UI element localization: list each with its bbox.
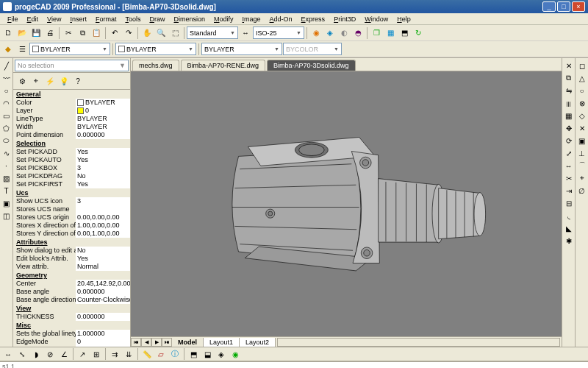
- property-value[interactable]: [76, 205, 130, 213]
- copy-icon[interactable]: ⧉: [76, 26, 89, 40]
- rectangle-icon[interactable]: ▭: [1, 110, 12, 121]
- regen-icon[interactable]: ↻: [412, 26, 425, 40]
- menu-modify[interactable]: Modify: [209, 15, 238, 23]
- document-tab[interactable]: Bimba-AP70-3Dsolid.dwg: [267, 60, 356, 71]
- properties-list[interactable]: GeneralColorBYLAYERLayer0LineTypeBYLAYER…: [13, 90, 130, 347]
- line-icon[interactable]: ╱: [1, 60, 12, 71]
- property-value[interactable]: Normal: [76, 263, 130, 271]
- property-row[interactable]: Stores Y direction of UCS0.00,1.00,0.00: [13, 230, 130, 238]
- prop-pick-icon[interactable]: ⌖: [29, 74, 43, 88]
- block-icon[interactable]: ▣: [1, 197, 12, 209]
- new-icon[interactable]: 🗋: [1, 26, 15, 40]
- menu-insert[interactable]: Insert: [65, 15, 91, 23]
- polygon-icon[interactable]: ⬠: [1, 122, 12, 134]
- menu-view[interactable]: View: [43, 15, 65, 23]
- view-top-icon[interactable]: ⬒: [187, 347, 200, 361]
- array-icon[interactable]: ▦: [563, 110, 575, 121]
- property-row[interactable]: Show dialog to edit attrib.No: [13, 247, 130, 255]
- hatch-icon[interactable]: ▨: [1, 172, 12, 184]
- chamfer-icon[interactable]: ◣: [563, 222, 575, 234]
- property-row[interactable]: Base angle directionCounter-Clockwise: [13, 296, 130, 304]
- zoom-icon[interactable]: 🔍: [154, 26, 168, 40]
- property-row[interactable]: Stores UCS name: [13, 205, 130, 213]
- property-value[interactable]: Yes: [76, 148, 130, 156]
- snap-mid-icon[interactable]: △: [576, 72, 588, 84]
- offset-icon[interactable]: ⫼: [563, 97, 575, 109]
- view-iso-icon[interactable]: ◈: [215, 347, 228, 361]
- property-row[interactable]: Base angle0.000000: [13, 288, 130, 296]
- scroll-last-icon[interactable]: ⏭: [162, 338, 172, 347]
- cut-icon[interactable]: ✂: [62, 26, 75, 40]
- circle-icon[interactable]: ○: [1, 85, 12, 96]
- property-row[interactable]: Edit block's Attrib.Yes: [13, 255, 130, 263]
- dim-base-icon[interactable]: ⇊: [122, 347, 135, 361]
- layer-state-icon[interactable]: ◆: [1, 43, 15, 56]
- scroll-prev-icon[interactable]: ◀: [141, 338, 151, 347]
- property-row[interactable]: Stores X direction of UCS1.00,0.00,0.00: [13, 222, 130, 230]
- dim-aligned-icon[interactable]: ⤡: [15, 347, 29, 361]
- view-orbit-icon[interactable]: ◉: [229, 347, 242, 361]
- document-tab[interactable]: Bimba-AP70-RENE.dwg: [181, 60, 266, 71]
- undo-icon[interactable]: ↶: [108, 26, 121, 40]
- snap-near-icon[interactable]: ⌖: [576, 172, 588, 184]
- stretch-icon[interactable]: ↔: [563, 160, 575, 171]
- dim-icon[interactable]: ↔: [239, 26, 252, 40]
- snap-node-icon[interactable]: ⊗: [576, 97, 588, 109]
- layer-combo[interactable]: BYLAYER▼: [29, 43, 110, 55]
- blocks-icon[interactable]: ▦: [384, 26, 397, 40]
- hide-icon[interactable]: ◐: [337, 26, 351, 40]
- print-icon[interactable]: 🖨: [43, 26, 57, 40]
- property-value[interactable]: 3: [76, 164, 130, 172]
- snap-none-icon[interactable]: ∅: [576, 185, 588, 197]
- view-front-icon[interactable]: ⬓: [201, 347, 214, 361]
- property-value[interactable]: 0.00,0.00,0.00: [76, 213, 130, 222]
- property-row[interactable]: EdgeMode0: [13, 338, 130, 346]
- menu-file[interactable]: File: [3, 15, 23, 23]
- paste-icon[interactable]: 📋: [90, 26, 103, 40]
- layers-icon[interactable]: ❐: [370, 26, 383, 40]
- property-value[interactable]: Yes: [76, 255, 130, 263]
- shade-icon[interactable]: ◓: [351, 26, 365, 40]
- dim-diameter-icon[interactable]: ⊘: [43, 347, 57, 361]
- property-row[interactable]: Layer0: [13, 107, 130, 115]
- model-tab[interactable]: Model: [172, 338, 204, 347]
- lineweight-combo[interactable]: BYCOLOR▼: [283, 43, 342, 55]
- property-row[interactable]: View attrib.Normal: [13, 263, 130, 271]
- snap-cen-icon[interactable]: ○: [576, 85, 588, 96]
- scrollbar-h[interactable]: [277, 338, 560, 347]
- property-value[interactable]: 0.00,1.00,0.00: [76, 230, 130, 238]
- pan-icon[interactable]: ✋: [140, 26, 154, 40]
- snap-quad-icon[interactable]: ◇: [576, 110, 588, 121]
- tolerance-icon[interactable]: ⊞: [90, 347, 103, 361]
- menu-image[interactable]: Image: [238, 15, 265, 23]
- fillet-icon[interactable]: ◟: [563, 210, 575, 222]
- prop-quick-icon[interactable]: ⚡: [43, 74, 57, 88]
- drawing-canvas[interactable]: [131, 71, 562, 336]
- ellipse-icon[interactable]: ⬭: [1, 135, 12, 146]
- property-row[interactable]: THICKNESS0.000000: [13, 313, 130, 321]
- dim-angular-icon[interactable]: ∠: [57, 347, 71, 361]
- property-value[interactable]: Yes: [76, 156, 130, 164]
- property-value[interactable]: No: [76, 247, 130, 255]
- menu-format[interactable]: Format: [91, 15, 121, 23]
- region-icon[interactable]: ◫: [1, 210, 12, 222]
- prop-help-icon[interactable]: ?: [71, 74, 85, 88]
- leader-icon[interactable]: ↗: [76, 347, 89, 361]
- scroll-next-icon[interactable]: ▶: [151, 338, 162, 347]
- dim-cont-icon[interactable]: ⇉: [108, 347, 121, 361]
- menu-dimension[interactable]: Dimension: [169, 15, 209, 23]
- property-value[interactable]: 3: [76, 197, 130, 205]
- property-row[interactable]: Elevation0.000000: [13, 346, 130, 347]
- canvas-scroll-h[interactable]: ⏮ ◀ ▶ ⏭ ModelLayout1Layout2: [131, 336, 562, 347]
- property-row[interactable]: LineTypeBYLAYER: [13, 115, 130, 123]
- render-icon[interactable]: ◉: [309, 26, 323, 40]
- dim-linear-icon[interactable]: ↔: [1, 347, 15, 361]
- menu-tools[interactable]: Tools: [121, 15, 145, 23]
- selection-combo[interactable]: No selection▼: [15, 60, 129, 71]
- property-row[interactable]: Stores UCS origin0.00,0.00,0.00: [13, 213, 130, 222]
- prop-filter-icon[interactable]: ⚙: [15, 74, 29, 88]
- move-icon[interactable]: ✥: [563, 122, 575, 134]
- text-icon[interactable]: T: [1, 185, 12, 197]
- arc-icon[interactable]: ◠: [1, 97, 12, 109]
- open-icon[interactable]: 📂: [15, 26, 29, 40]
